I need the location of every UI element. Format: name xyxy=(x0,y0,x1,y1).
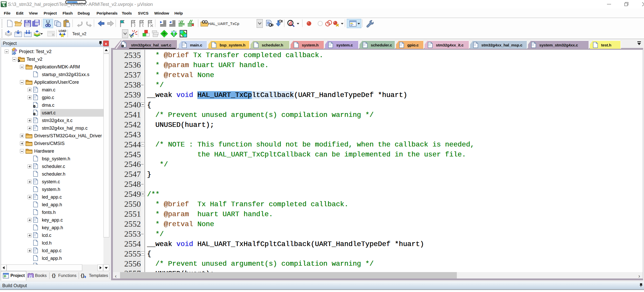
svg-text:s: s xyxy=(4,5,5,7)
svg-text:?: ? xyxy=(30,275,31,278)
